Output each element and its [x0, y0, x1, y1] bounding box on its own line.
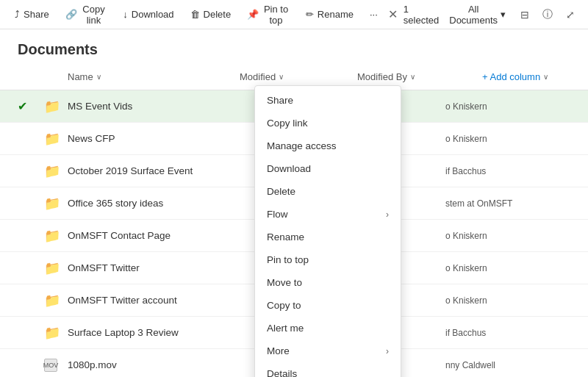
share-icon: ⤴: [15, 9, 20, 20]
context-menu-item-download[interactable]: Download: [255, 157, 401, 180]
toolbar: ⤴ Share 🔗 Copy link ↓ Download 🗑 Delete …: [0, 0, 588, 29]
context-menu-item-flow[interactable]: Flow ›: [255, 203, 401, 226]
menu-item-label: Alert me: [267, 323, 304, 334]
modified-by-column-label: Modified By: [357, 71, 407, 82]
close-selection-button[interactable]: ✕: [388, 7, 398, 21]
delete-button[interactable]: 🗑 Delete: [184, 6, 237, 23]
file-name-text: 1080p.mov: [68, 359, 117, 370]
modified-by-column-header[interactable]: Modified By ∨: [357, 71, 482, 82]
modified-by: o Kniskern: [445, 295, 570, 306]
file-name-text: October 2019 Surface Event: [68, 165, 193, 176]
context-menu-item-copy-to[interactable]: Copy to: [255, 294, 401, 317]
folder-icon: 📁: [44, 326, 60, 340]
selected-badge: ✕ 1 selected: [388, 4, 439, 26]
rename-icon: ✏: [306, 9, 314, 20]
share-button[interactable]: ⤴ Share: [9, 6, 55, 23]
name-column-header[interactable]: Name ∨: [68, 71, 240, 82]
share-label: Share: [24, 9, 49, 20]
menu-item-label: Copy to: [267, 300, 301, 311]
expand-icon[interactable]: ⤢: [562, 6, 579, 24]
context-menu-item-rename[interactable]: Rename: [255, 226, 401, 248]
menu-item-label: Rename: [267, 231, 304, 243]
rename-button[interactable]: ✏ Rename: [300, 6, 359, 23]
file-name-text: News CFP: [68, 133, 115, 144]
chevron-down-icon: ▾: [501, 9, 506, 20]
delete-label: Delete: [204, 9, 232, 20]
copy-link-label: Copy link: [81, 4, 107, 26]
icon-cell: MOV: [44, 359, 68, 372]
icon-cell: 📁: [44, 325, 68, 341]
menu-item-label: Pin to top: [267, 254, 309, 265]
modified-by: o Kniskern: [445, 134, 570, 144]
download-button[interactable]: ↓ Download: [117, 6, 179, 23]
icon-cell: 📁: [44, 98, 68, 115]
folder-icon: 📁: [44, 293, 60, 308]
icon-cell: 📁: [44, 292, 68, 309]
modified-by: if Bacchus: [445, 166, 570, 176]
filter-icon[interactable]: ⊟: [516, 6, 534, 24]
add-column-button[interactable]: + Add column ∨: [482, 71, 570, 82]
modified-column-label: Modified: [240, 71, 276, 82]
name-sort-icon: ∨: [96, 73, 101, 81]
modified-by: if Bacchus: [445, 328, 570, 338]
pin-to-top-button[interactable]: 📌 Pin to top: [241, 1, 295, 29]
menu-item-label: Manage access: [267, 140, 337, 151]
folder-icon: 📁: [44, 99, 60, 114]
download-label: Download: [132, 9, 174, 20]
delete-icon: 🗑: [190, 9, 200, 20]
menu-item-label: Download: [267, 163, 311, 174]
menu-item-label: Copy link: [267, 118, 308, 129]
all-documents-button[interactable]: All Documents ▾: [443, 1, 512, 29]
menu-item-label: More: [267, 345, 290, 356]
info-icon[interactable]: ⓘ: [538, 5, 557, 24]
more-toolbar-label: ···: [370, 9, 378, 20]
context-menu-item-details[interactable]: Details: [255, 362, 401, 377]
check-cell: ✔: [18, 99, 44, 113]
rename-label: Rename: [318, 9, 354, 20]
modified-by: stem at OnMSFT: [445, 198, 570, 209]
pin-to-top-label: Pin to top: [262, 4, 290, 26]
icon-cell: 📁: [44, 228, 68, 244]
selected-count-label: 1 selected: [404, 4, 439, 26]
modified-by: o Kniskern: [445, 231, 570, 241]
modified-by-sort-icon: ∨: [410, 73, 415, 81]
modified-by: o Kniskern: [445, 101, 570, 112]
copy-link-button[interactable]: 🔗 Copy link: [60, 1, 113, 29]
context-menu-item-manage-access[interactable]: Manage access: [255, 134, 401, 157]
context-menu-item-move-to[interactable]: Move to: [255, 271, 401, 294]
modified-column-header[interactable]: Modified ∨: [240, 71, 357, 82]
modified-by: o Kniskern: [445, 263, 570, 273]
context-menu-item-copy-link[interactable]: Copy link: [255, 112, 401, 134]
folder-icon: 📁: [44, 229, 60, 243]
selected-check-icon: ✔: [18, 100, 27, 112]
page-title: Documents: [0, 29, 588, 64]
link-icon: 🔗: [65, 9, 77, 20]
folder-icon: 📁: [44, 196, 60, 211]
icon-cell: 📁: [44, 195, 68, 212]
context-menu-item-pin-to-top[interactable]: Pin to top: [255, 248, 401, 271]
modified-sort-icon: ∨: [279, 73, 284, 81]
submenu-arrow-icon: ›: [386, 346, 389, 356]
context-menu-item-share[interactable]: Share: [255, 89, 401, 112]
menu-item-label: Share: [267, 95, 293, 106]
folder-icon: 📁: [44, 261, 60, 276]
submenu-arrow-icon: ›: [386, 209, 389, 220]
context-menu: Share Copy link Manage access Download D…: [254, 85, 401, 377]
icon-cell: 📁: [44, 260, 68, 276]
file-name-text: Surface Laptop 3 Review: [68, 327, 179, 338]
menu-item-label: Flow: [267, 209, 288, 220]
name-column-label: Name: [68, 71, 93, 82]
context-menu-item-delete[interactable]: Delete: [255, 180, 401, 203]
more-toolbar-button[interactable]: ···: [364, 6, 384, 23]
video-file-icon: MOV: [44, 359, 57, 372]
add-col-chevron: ∨: [543, 73, 548, 81]
context-menu-item-more[interactable]: More ›: [255, 340, 401, 362]
context-menu-item-alert-me[interactable]: Alert me: [255, 317, 401, 340]
folder-icon: 📁: [44, 164, 60, 179]
modified-by: nny Caldwell: [445, 360, 570, 370]
file-name-text: Office 365 story ideas: [68, 198, 163, 209]
pin-icon: 📌: [247, 9, 259, 20]
file-name-text: MS Event Vids: [68, 101, 132, 112]
file-name-text: OnMSFT Twitter: [68, 262, 140, 273]
folder-icon: 📁: [44, 132, 60, 146]
